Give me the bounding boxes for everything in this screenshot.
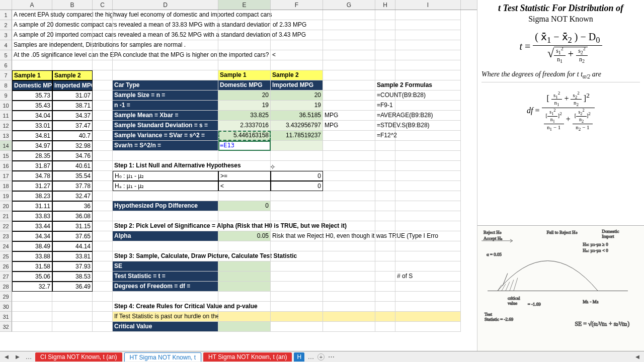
- tab-more[interactable]: H: [294, 352, 304, 361]
- cell-E23[interactable]: 0.05: [218, 231, 271, 241]
- cell-D17[interactable]: H₀ : µ₁ - µ₂: [113, 171, 218, 181]
- cell-C11[interactable]: [93, 111, 113, 121]
- cell-H27[interactable]: [375, 272, 395, 282]
- cell-C32[interactable]: [93, 322, 113, 332]
- cell-E3[interactable]: [218, 30, 271, 40]
- tab-ht-an[interactable]: HT Sigma NOT Known, t (an): [203, 352, 292, 361]
- cell-B28[interactable]: 36.49: [52, 282, 93, 292]
- cell-F23[interactable]: Risk that we Reject H0, even though it w…: [271, 231, 323, 241]
- cell-D24[interactable]: [113, 241, 218, 251]
- cell-E2[interactable]: [218, 20, 271, 30]
- rowhdr-16[interactable]: 16: [0, 161, 12, 171]
- cell-B29[interactable]: [52, 292, 93, 302]
- cell-H32[interactable]: [375, 322, 395, 332]
- cell-E13[interactable]: 5.446163158: [218, 131, 271, 141]
- cell-G17[interactable]: [323, 171, 375, 181]
- cell-G11[interactable]: MPG: [323, 111, 375, 121]
- cell-E4[interactable]: [218, 40, 271, 50]
- rowhdr-25[interactable]: 25: [0, 251, 12, 261]
- col-E[interactable]: E: [218, 0, 271, 10]
- cell-F25[interactable]: [271, 251, 323, 261]
- cell-H4[interactable]: [375, 40, 395, 50]
- cell-A7[interactable]: Sample 1: [12, 70, 52, 80]
- cell-I30[interactable]: [395, 302, 461, 312]
- cell-F7[interactable]: Sample 2: [271, 70, 323, 80]
- cell-I8[interactable]: [395, 80, 461, 90]
- cell-H19[interactable]: [375, 191, 395, 201]
- cell-G19[interactable]: [323, 191, 375, 201]
- cell-E24[interactable]: [218, 241, 271, 251]
- cell-E21[interactable]: [218, 211, 271, 221]
- cell-E17[interactable]: >=: [218, 171, 271, 181]
- cell-I23[interactable]: [395, 231, 461, 241]
- rowhdr-13[interactable]: 13: [0, 131, 12, 141]
- cell-H8[interactable]: Sample 2 Formulas: [375, 80, 395, 90]
- rowhdr-19[interactable]: 19: [0, 191, 12, 201]
- col-F[interactable]: F: [271, 0, 323, 10]
- cell-D32[interactable]: Critical Value: [113, 322, 218, 332]
- cell-C19[interactable]: [93, 191, 113, 201]
- tab-more-right[interactable]: …: [306, 353, 315, 360]
- cell-C2[interactable]: [93, 20, 113, 30]
- cell-F2[interactable]: [271, 20, 323, 30]
- cell-C20[interactable]: [93, 201, 113, 211]
- cell-E18[interactable]: <: [218, 181, 271, 191]
- cell-D10[interactable]: n -1 =: [113, 101, 218, 111]
- cell-B25[interactable]: 33.81: [52, 251, 93, 261]
- cell-B21[interactable]: 36.08: [52, 211, 93, 221]
- cell-G2[interactable]: [323, 20, 375, 30]
- cell-I31[interactable]: [395, 312, 461, 322]
- cell-E1[interactable]: [218, 10, 271, 20]
- cell-I3[interactable]: [395, 30, 461, 40]
- cell-F30[interactable]: [271, 302, 323, 312]
- cell-H7[interactable]: [375, 70, 395, 80]
- tab-scroll-left-icon[interactable]: ◄: [2, 353, 11, 360]
- cell-E31[interactable]: [218, 312, 271, 322]
- cell-A19[interactable]: 38.23: [12, 191, 52, 201]
- cell-I17[interactable]: [395, 171, 461, 181]
- cell-E16[interactable]: [218, 161, 271, 171]
- cell-D7[interactable]: [113, 70, 218, 80]
- cell-C22[interactable]: [93, 221, 113, 231]
- cell-I19[interactable]: [395, 191, 461, 201]
- cell-I10[interactable]: [395, 101, 461, 111]
- cell-I25[interactable]: [395, 251, 461, 261]
- cell-I9[interactable]: [395, 90, 461, 101]
- cell-D25[interactable]: Step 3: Sample, Calculate, Draw Picture,…: [113, 251, 218, 261]
- cell-F21[interactable]: [271, 211, 323, 221]
- cell-D15[interactable]: [113, 151, 218, 161]
- cell-E8[interactable]: Domestic MPG: [218, 80, 271, 90]
- cell-F26[interactable]: [271, 261, 323, 272]
- cell-F11[interactable]: 36.5185: [271, 111, 323, 121]
- cell-I12[interactable]: [395, 121, 461, 131]
- cell-I4[interactable]: [395, 40, 461, 50]
- cell-F5[interactable]: <: [271, 50, 323, 60]
- rowhdr-24[interactable]: 24: [0, 241, 12, 251]
- rowhdr-20[interactable]: 20: [0, 201, 12, 211]
- cell-C5[interactable]: [93, 50, 113, 60]
- cell-D31[interactable]: If Test Statistic is past our hurdle on …: [113, 312, 218, 322]
- cell-D2[interactable]: [113, 20, 218, 30]
- cell-I28[interactable]: [395, 282, 461, 292]
- cell-G27[interactable]: [323, 272, 375, 282]
- cell-H13[interactable]: =F12^2: [375, 131, 395, 141]
- cell-B16[interactable]: 40.61: [52, 161, 93, 171]
- cell-G9[interactable]: [323, 90, 375, 101]
- col-G[interactable]: G: [323, 0, 375, 10]
- cell-D26[interactable]: SE: [113, 261, 218, 272]
- cell-E12[interactable]: 2.3337016: [218, 121, 271, 131]
- cell-E25[interactable]: [218, 251, 271, 261]
- cell-A8[interactable]: Domestic MPG: [12, 80, 52, 90]
- rowhdr-26[interactable]: 26: [0, 261, 12, 272]
- cell-B7[interactable]: Sample 2: [52, 70, 93, 80]
- cell-H14[interactable]: [375, 141, 395, 151]
- cell-H1[interactable]: [375, 10, 395, 20]
- cell-H25[interactable]: [375, 251, 395, 261]
- cell-C29[interactable]: [93, 292, 113, 302]
- rowhdr-28[interactable]: 28: [0, 282, 12, 292]
- cell-I20[interactable]: [395, 201, 461, 211]
- cell-D29[interactable]: [113, 292, 218, 302]
- cell-A15[interactable]: 28.35: [12, 151, 52, 161]
- cell-E10[interactable]: 19: [218, 101, 271, 111]
- cell-G18[interactable]: [323, 181, 375, 191]
